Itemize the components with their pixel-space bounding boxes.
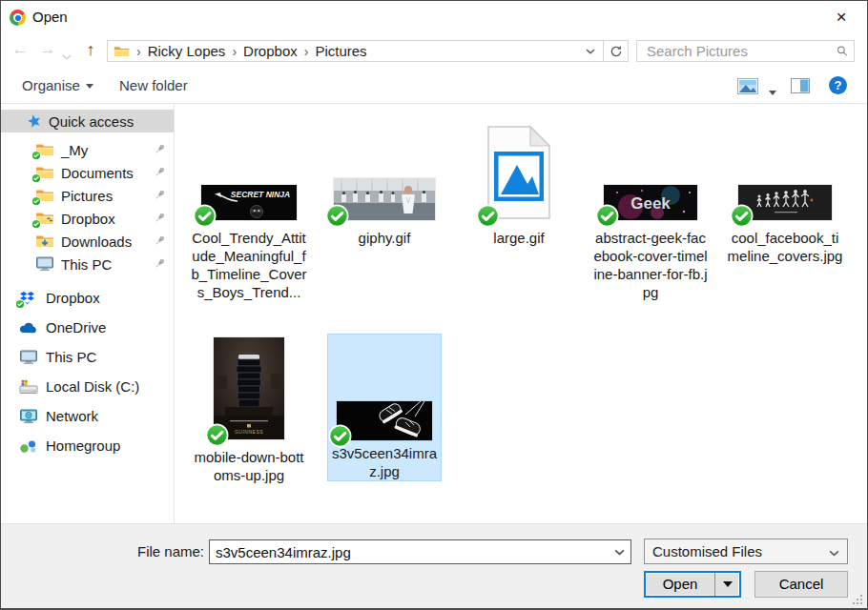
address-bar[interactable]: › Ricky Lopes › Dropbox › Pictures xyxy=(107,40,604,62)
back-button[interactable]: ← xyxy=(9,37,31,62)
svg-text:Geek: Geek xyxy=(630,194,671,213)
navigation-sidebar: Quick access _My Documents xyxy=(1,104,175,523)
sidebar-item-homegroup[interactable]: Homegroup xyxy=(1,431,174,460)
help-button[interactable]: ? xyxy=(829,76,847,94)
breadcrumb-separator: › xyxy=(130,44,148,59)
pin-icon xyxy=(153,166,166,179)
star-icon xyxy=(27,113,42,129)
open-dialog-window: Open × ← → ↑ › Ricky Lopes › Dropbox › P… xyxy=(0,0,868,610)
search-input[interactable] xyxy=(647,43,837,59)
chevron-down-icon xyxy=(86,84,93,89)
pin-icon xyxy=(153,212,166,225)
address-dropdown-chevron-icon[interactable] xyxy=(580,41,601,61)
computer-icon xyxy=(19,350,38,365)
sidebar-item-label: Local Disk (C:) xyxy=(46,378,139,395)
forward-button[interactable]: → xyxy=(36,37,59,62)
breadcrumb-item-pictures[interactable]: Pictures xyxy=(315,43,366,59)
file-tile-s3v5ceen34imraz-selected[interactable]: s3v5ceen34imraz.jpg xyxy=(327,334,442,481)
sidebar-item-my[interactable]: _My xyxy=(1,138,174,161)
close-icon[interactable]: × xyxy=(829,6,854,29)
dialog-body: Quick access _My Documents xyxy=(1,104,867,523)
sidebar-item-label: _My xyxy=(61,142,88,158)
file-tile-mobile-down[interactable]: GUINNESS mobile-down-bottoms-up.jpg xyxy=(191,336,307,484)
file-name-history-chevron-icon[interactable] xyxy=(608,540,630,563)
file-tile-giphy[interactable]: giphy.gif xyxy=(326,123,443,247)
file-name-label: abstract-geek-facebook-cover-timeline-ba… xyxy=(592,229,709,301)
window-title: Open xyxy=(32,9,68,25)
sidebar-item-label: Homegroup xyxy=(46,437,120,454)
pin-icon xyxy=(153,143,166,156)
local-disk-icon xyxy=(19,379,38,395)
thumbnail-view-icon xyxy=(737,78,758,94)
sync-check-badge-icon xyxy=(328,424,352,448)
folder-synced-icon xyxy=(35,188,54,203)
sidebar-item-onedrive[interactable]: OneDrive xyxy=(1,313,174,342)
sync-check-badge-icon xyxy=(595,204,619,228)
sidebar-item-label: This PC xyxy=(46,349,96,365)
recent-locations-chevron-icon[interactable] xyxy=(60,43,73,56)
sidebar-item-dropbox[interactable]: Dropbox xyxy=(1,283,174,313)
file-name-label: giphy.gif xyxy=(326,229,443,247)
organise-menu-button[interactable]: Organise xyxy=(22,76,93,95)
sidebar-item-network[interactable]: Network xyxy=(1,401,174,431)
file-type-select[interactable]: Customised Files xyxy=(644,539,848,564)
search-box[interactable] xyxy=(636,40,855,62)
file-name-field-label: File name: xyxy=(134,543,204,559)
sidebar-item-dropbox-folder[interactable]: Dropbox xyxy=(1,207,174,230)
sync-check-badge-icon xyxy=(325,204,349,228)
sidebar-item-label: Quick access xyxy=(49,113,134,130)
sidebar-item-quick-access[interactable]: Quick access xyxy=(1,110,174,132)
sidebar-item-pictures[interactable]: Pictures xyxy=(1,184,174,207)
refresh-icon xyxy=(610,45,623,58)
file-name-field xyxy=(209,539,631,564)
sidebar-item-label: Downloads xyxy=(61,234,132,250)
open-split-button: Open xyxy=(644,571,741,598)
sidebar-item-this-pc-quick[interactable]: This PC xyxy=(1,253,174,275)
refresh-button[interactable] xyxy=(604,40,629,62)
sidebar-item-label: Dropbox xyxy=(61,211,115,227)
triangle-down-icon xyxy=(723,581,733,587)
resize-grip[interactable] xyxy=(853,595,862,604)
change-view-button[interactable] xyxy=(737,78,758,97)
file-name-input[interactable] xyxy=(210,544,608,560)
navigation-bar: ← → ↑ › Ricky Lopes › Dropbox › Pictures xyxy=(1,33,867,68)
up-button[interactable]: ↑ xyxy=(79,37,102,62)
file-name-label: Cool_Trendy_Attitude_Meaningful_fb_Timel… xyxy=(191,229,307,301)
file-type-value: Customised Files xyxy=(652,543,762,559)
sidebar-item-local-disk[interactable]: Local Disk (C:) xyxy=(1,372,174,401)
breadcrumb-separator: › xyxy=(225,44,243,59)
breadcrumb-item-dropbox[interactable]: Dropbox xyxy=(243,43,298,59)
downloads-folder-icon xyxy=(35,234,54,249)
file-name-label: s3v5ceen34imraz.jpg xyxy=(329,444,440,480)
folder-synced-icon xyxy=(35,142,54,157)
sync-check-badge-icon xyxy=(193,204,217,228)
search-icon xyxy=(837,44,848,58)
sidebar-item-downloads[interactable]: Downloads xyxy=(1,230,174,253)
pin-icon xyxy=(153,257,166,271)
sidebar-item-label: Pictures xyxy=(61,188,113,204)
file-tile-cool-trendy[interactable]: SECRET NINJA Cool_Trendy_Attitude_Meanin… xyxy=(191,123,307,301)
chrome-app-icon xyxy=(10,10,26,26)
preview-pane-icon xyxy=(791,78,810,93)
file-name-label: cool_facebook_timeline_covers.jpg xyxy=(727,229,843,265)
sidebar-item-label: OneDrive xyxy=(46,319,106,336)
open-button[interactable]: Open xyxy=(646,573,714,596)
breadcrumb-item-user[interactable]: Ricky Lopes xyxy=(148,43,226,59)
open-options-arrow-button[interactable] xyxy=(714,573,739,596)
file-tile-abstract-geek[interactable]: Geek abstract-geek-facebook-cover-timeli… xyxy=(592,123,709,301)
new-folder-button[interactable]: New folder xyxy=(119,76,188,95)
sync-check-badge-icon xyxy=(476,204,500,228)
preview-pane-button[interactable] xyxy=(791,78,810,97)
pin-icon xyxy=(153,234,166,248)
computer-icon xyxy=(35,256,54,272)
file-tile-cool-facebook[interactable]: cool_facebook_timeline_covers.jpg xyxy=(727,123,843,265)
file-name-label: mobile-down-bottoms-up.jpg xyxy=(191,448,307,484)
title-bar: Open × xyxy=(1,1,867,33)
view-options-chevron-icon[interactable] xyxy=(763,83,776,102)
sidebar-item-documents[interactable]: Documents xyxy=(1,161,174,184)
cancel-button[interactable]: Cancel xyxy=(754,571,848,598)
homegroup-icon xyxy=(19,438,38,454)
file-tile-large[interactable]: large.gif xyxy=(461,123,577,247)
dropbox-folder-synced-icon xyxy=(35,211,54,226)
sidebar-item-this-pc[interactable]: This PC xyxy=(1,342,174,372)
